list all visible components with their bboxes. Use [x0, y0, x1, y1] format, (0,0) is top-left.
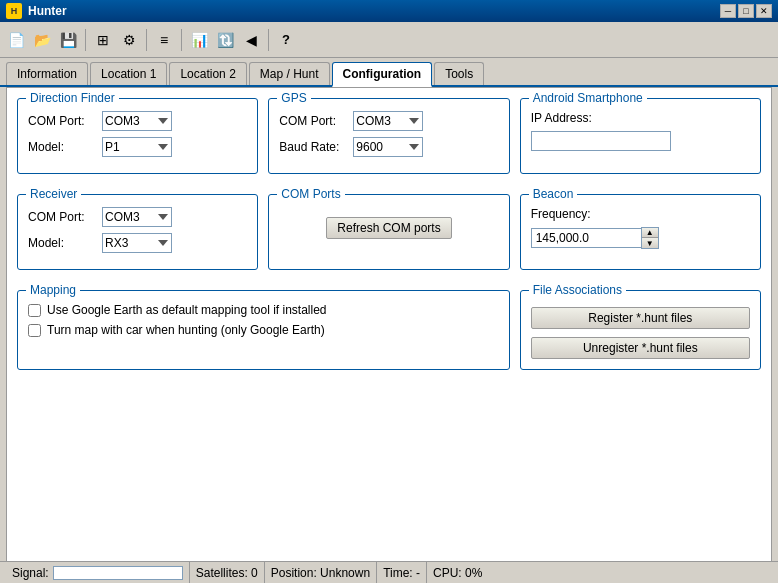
recv-com-port-label: COM Port:	[28, 210, 98, 224]
gps-title: GPS	[277, 91, 310, 105]
gps-baud-row: Baud Rate: 9600 4800 19200 38400	[279, 137, 498, 157]
minimize-button[interactable]: ─	[720, 4, 736, 18]
tab-bar: Information Location 1 Location 2 Map / …	[0, 58, 778, 87]
df-model-select[interactable]: P1 P2 P3	[102, 137, 172, 157]
position-label: Position: Unknown	[271, 566, 370, 580]
file-associations-group: File Associations Register *.hunt files …	[520, 290, 761, 370]
tab-location1[interactable]: Location 1	[90, 62, 167, 85]
list-button[interactable]: ≡	[152, 28, 176, 52]
tab-location2[interactable]: Location 2	[169, 62, 246, 85]
save-button[interactable]: 💾	[56, 28, 80, 52]
beacon-group: Beacon Frequency: ▲ ▼	[520, 194, 761, 270]
mapping-title: Mapping	[26, 283, 80, 297]
settings-button[interactable]: ⚙	[117, 28, 141, 52]
recv-model-row: Model: RX3 RX4 RX5	[28, 233, 247, 253]
df-model-label: Model:	[28, 140, 98, 154]
tab-map-hunt[interactable]: Map / Hunt	[249, 62, 330, 85]
receiver-group: Receiver COM Port: COM3 COM1 COM2 COM4 M…	[17, 194, 258, 270]
gps-com-port-select[interactable]: COM3 COM1 COM2 COM4	[353, 111, 423, 131]
toolbar-separator-3	[181, 29, 182, 51]
mapping-checkbox2-row: Turn map with car when hunting (only Goo…	[28, 323, 499, 337]
direction-finder-title: Direction Finder	[26, 91, 119, 105]
gps-baud-select[interactable]: 9600 4800 19200 38400	[353, 137, 423, 157]
cpu-label: CPU: 0%	[433, 566, 482, 580]
signal-segment: Signal:	[6, 562, 190, 583]
google-earth-label: Use Google Earth as default mapping tool…	[47, 303, 327, 317]
android-ip-input-row	[531, 131, 750, 151]
gps-com-port-label: COM Port:	[279, 114, 349, 128]
mapping-group: Mapping Use Google Earth as default mapp…	[17, 290, 510, 370]
position-segment: Position: Unknown	[265, 562, 377, 583]
tab-tools[interactable]: Tools	[434, 62, 484, 85]
df-model-row: Model: P1 P2 P3	[28, 137, 247, 157]
spinner-buttons: ▲ ▼	[641, 227, 659, 249]
receiver-title: Receiver	[26, 187, 81, 201]
new-button[interactable]: 📄	[4, 28, 28, 52]
android-title: Android Smartphone	[529, 91, 647, 105]
android-group: Android Smartphone IP Address:	[520, 98, 761, 174]
time-segment: Time: -	[377, 562, 427, 583]
tab-information[interactable]: Information	[6, 62, 88, 85]
recv-com-port-row: COM Port: COM3 COM1 COM2 COM4	[28, 207, 247, 227]
df-com-port-select[interactable]: COM3 COM1 COM2 COM4	[102, 111, 172, 131]
app-title: Hunter	[28, 4, 67, 18]
file-assoc-title: File Associations	[529, 283, 626, 297]
turn-map-checkbox[interactable]	[28, 324, 41, 337]
tab-configuration[interactable]: Configuration	[332, 62, 433, 87]
spinner-down-button[interactable]: ▼	[642, 238, 658, 248]
grid-button[interactable]: ⊞	[91, 28, 115, 52]
android-ip-row: IP Address:	[531, 111, 750, 125]
chart-button[interactable]: 📊	[187, 28, 211, 52]
signal-indicator	[53, 566, 183, 580]
com-ports-title: COM Ports	[277, 187, 344, 201]
turn-map-label: Turn map with car when hunting (only Goo…	[47, 323, 325, 337]
toolbar-separator-1	[85, 29, 86, 51]
status-bar: Signal: Satellites: 0 Position: Unknown …	[0, 561, 778, 583]
df-com-port-row: COM Port: COM3 COM1 COM2 COM4	[28, 111, 247, 131]
df-com-port-label: COM Port:	[28, 114, 98, 128]
beacon-title: Beacon	[529, 187, 578, 201]
recv-model-select[interactable]: RX3 RX4 RX5	[102, 233, 172, 253]
gps-com-port-row: COM Port: COM3 COM1 COM2 COM4	[279, 111, 498, 131]
toolbar-separator-2	[146, 29, 147, 51]
mapping-checkbox1-row: Use Google Earth as default mapping tool…	[28, 303, 499, 317]
refresh-com-ports-button[interactable]: Refresh COM ports	[326, 217, 451, 239]
refresh-button[interactable]: 🔃	[213, 28, 237, 52]
recv-model-label: Model:	[28, 236, 98, 250]
time-label: Time: -	[383, 566, 420, 580]
help-button[interactable]: ?	[274, 28, 298, 52]
google-earth-checkbox[interactable]	[28, 304, 41, 317]
satellites-segment: Satellites: 0	[190, 562, 265, 583]
frequency-input[interactable]	[531, 228, 641, 248]
android-ip-input[interactable]	[531, 131, 671, 151]
register-hunt-files-button[interactable]: Register *.hunt files	[531, 307, 750, 329]
title-bar: H Hunter ─ □ ✕	[0, 0, 778, 22]
open-button[interactable]: 📂	[30, 28, 54, 52]
back-button[interactable]: ◀	[239, 28, 263, 52]
app-icon: H	[6, 3, 22, 19]
beacon-freq-row: Frequency:	[531, 207, 750, 221]
beacon-freq-input-row: ▲ ▼	[531, 227, 750, 249]
gps-group: GPS COM Port: COM3 COM1 COM2 COM4 Baud R…	[268, 98, 509, 174]
main-content: Direction Finder COM Port: COM3 COM1 COM…	[6, 87, 772, 567]
com-ports-group: COM Ports Refresh COM ports	[268, 194, 509, 270]
beacon-freq-label: Frequency:	[531, 207, 601, 221]
signal-label: Signal:	[12, 566, 49, 580]
spinner-up-button[interactable]: ▲	[642, 228, 658, 238]
close-button[interactable]: ✕	[756, 4, 772, 18]
recv-com-port-select[interactable]: COM3 COM1 COM2 COM4	[102, 207, 172, 227]
frequency-spinner: ▲ ▼	[531, 227, 659, 249]
android-ip-label: IP Address:	[531, 111, 601, 125]
satellites-label: Satellites: 0	[196, 566, 258, 580]
toolbar-separator-4	[268, 29, 269, 51]
unregister-hunt-files-button[interactable]: Unregister *.hunt files	[531, 337, 750, 359]
cpu-segment: CPU: 0%	[427, 562, 488, 583]
direction-finder-group: Direction Finder COM Port: COM3 COM1 COM…	[17, 98, 258, 174]
gps-baud-label: Baud Rate:	[279, 140, 349, 154]
maximize-button[interactable]: □	[738, 4, 754, 18]
toolbar: 📄 📂 💾 ⊞ ⚙ ≡ 📊 🔃 ◀ ?	[0, 22, 778, 58]
